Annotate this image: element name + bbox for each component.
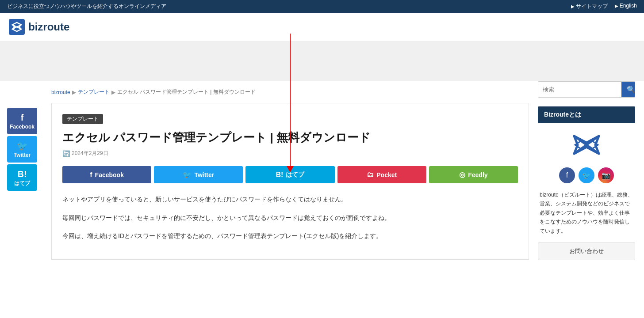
share-feedly-label: Feedly <box>468 171 487 178</box>
share-facebook-icon: f <box>90 171 92 179</box>
share-hateb-button[interactable]: B! はてブ <box>245 166 334 183</box>
share-hateb-icon: B! <box>276 171 284 179</box>
sidebar-description: bizroute（ビズルート）は経理、総務、営業、システム開発などのビジネスで必… <box>538 190 635 235</box>
share-buttons-row: f Facebook 🐦 Twitter B! はてブ 🗂 Pocket ◎ <box>62 166 518 183</box>
breadcrumb-category[interactable]: テンプレート <box>78 88 110 96</box>
main-wrapper: f Facebook 🐦 Twitter B! はてブ bizroute ▶ テ… <box>0 81 644 267</box>
sidebar-section-title: Bizrouteとは <box>538 106 635 123</box>
share-pocket-label: Pocket <box>376 171 397 178</box>
article-title: エクセル パスワード管理テンプレート | 無料ダウンロード <box>62 129 518 145</box>
contact-button[interactable]: お問い合わせ <box>538 242 635 260</box>
share-feedly-button[interactable]: ◎ Feedly <box>429 166 518 183</box>
left-facebook-button[interactable]: f Facebook <box>7 108 37 134</box>
article: テンプレート エクセル パスワード管理テンプレート | 無料ダウンロード 🔄 2… <box>51 103 529 260</box>
breadcrumb-sep2: ▶ <box>111 89 115 95</box>
share-hateb-label: はてブ <box>286 171 304 179</box>
breadcrumb-current: エクセル パスワード管理テンプレート | 無料ダウンロード <box>117 88 256 96</box>
content-area: bizroute ▶ テンプレート ▶ エクセル パスワード管理テンプレート |… <box>51 81 529 267</box>
article-para-1: ネットやアプリを使っていると、新しいサービスを使うたびにパスワードを作らなくては… <box>62 194 518 205</box>
ad-banner <box>0 42 644 81</box>
sidebar-twitter-icon[interactable]: 🐦 <box>579 167 594 183</box>
share-twitter-label: Twitter <box>194 171 214 178</box>
breadcrumb-home[interactable]: bizroute <box>51 89 70 95</box>
left-twitter-button[interactable]: 🐦 Twitter <box>7 136 37 163</box>
share-facebook-button[interactable]: f Facebook <box>62 166 151 183</box>
logo-icon <box>9 19 25 35</box>
share-pocket-button[interactable]: 🗂 Pocket <box>337 166 426 183</box>
social-icons-row: f 🐦 📷 <box>538 167 635 183</box>
breadcrumb-sep1: ▶ <box>72 89 76 95</box>
top-bar-description: ビジネスに役立つノウハウやツールを紹介するオンラインメディア <box>7 3 166 10</box>
share-feedly-icon: ◎ <box>459 170 465 179</box>
article-para-3: 今回は、増え続けるIDとパスワードを管理するための、パスワード管理表テンプレート… <box>62 231 518 242</box>
search-box: 🔍 <box>538 81 635 98</box>
date-icon: 🔄 <box>62 150 70 157</box>
left-hateb-label: はてブ <box>14 180 30 186</box>
sidebar-logo-icon <box>569 129 604 160</box>
article-para-2: 毎回同じパスワードでは、セキュリティ的に不安だし、かといって異なるパスワードは覚… <box>62 212 518 223</box>
share-twitter-button[interactable]: 🐦 Twitter <box>154 166 243 183</box>
sidebar-facebook-icon[interactable]: f <box>559 167 575 183</box>
sitemap-link[interactable]: サイトマップ <box>571 3 608 10</box>
logo-area[interactable]: bizroute <box>9 19 69 35</box>
sidebar-logo-area <box>538 129 635 160</box>
article-body: ネットやアプリを使っていると、新しいサービスを使うたびにパスワードを作らなくては… <box>62 194 518 242</box>
search-button[interactable]: 🔍 <box>621 82 635 97</box>
share-twitter-icon: 🐦 <box>183 170 192 179</box>
right-sidebar: 🔍 Bizrouteとは <box>538 81 635 267</box>
breadcrumb: bizroute ▶ テンプレート ▶ エクセル パスワード管理テンプレート |… <box>51 88 529 96</box>
twitter-icon: 🐦 <box>17 140 28 151</box>
english-link[interactable]: English <box>615 3 637 10</box>
logo-text: bizroute <box>28 21 69 33</box>
hateb-icon: B! <box>17 169 27 179</box>
left-sidebar: f Facebook 🐦 Twitter B! はてブ <box>7 81 42 267</box>
site-header: bizroute <box>0 13 644 42</box>
search-input[interactable] <box>538 82 621 97</box>
left-hateb-button[interactable]: B! はてブ <box>7 164 37 191</box>
sidebar-instagram-icon[interactable]: 📷 <box>598 167 614 183</box>
facebook-icon: f <box>21 112 24 123</box>
left-twitter-label: Twitter <box>14 152 31 158</box>
share-pocket-icon: 🗂 <box>367 171 374 179</box>
category-tag: テンプレート <box>62 114 103 124</box>
top-bar: ビジネスに役立つノウハウやツールを紹介するオンラインメディア サイトマップ En… <box>0 0 644 13</box>
left-facebook-label: Facebook <box>10 124 34 130</box>
bizroute-section: Bizrouteとは <box>538 106 635 260</box>
search-icon: 🔍 <box>627 86 635 93</box>
top-bar-links: サイトマップ English <box>571 3 637 10</box>
date-text: 2024年2月29日 <box>72 150 108 157</box>
article-date: 🔄 2024年2月29日 <box>62 150 518 157</box>
share-facebook-label: Facebook <box>95 171 124 178</box>
